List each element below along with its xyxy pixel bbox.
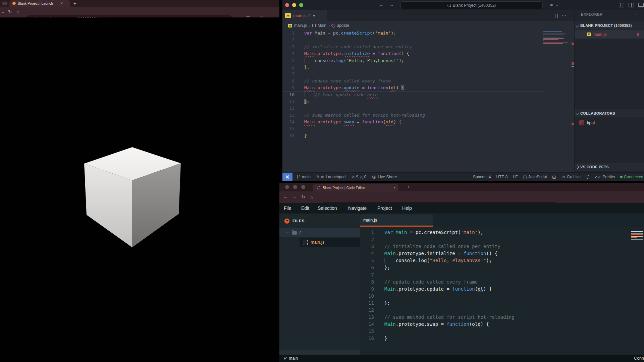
connected-dot-icon	[620, 176, 623, 178]
close-window-icon[interactable]	[285, 3, 289, 7]
close-tab-icon[interactable]: ×	[393, 185, 396, 190]
menu-file[interactable]: File	[284, 203, 291, 214]
split-editor-icon[interactable]	[553, 14, 558, 18]
branch-indicator[interactable]: main	[283, 356, 298, 361]
tab-filename: main.js	[293, 13, 307, 18]
reload-icon[interactable]: ↻	[302, 191, 305, 203]
collapse-icon[interactable]: −	[286, 230, 289, 235]
menu-navigate[interactable]: Navigate	[348, 203, 367, 214]
error-mark	[572, 62, 574, 65]
collaborators-label: COLLABORATORS	[580, 109, 615, 117]
menu-help[interactable]: Help	[402, 203, 412, 214]
explorer-more-icon[interactable]: ⋯	[634, 11, 639, 16]
pets-status-button[interactable]	[552, 175, 556, 179]
launch-3d-viewport[interactable]	[0, 17, 279, 362]
minimize-window-icon[interactable]	[293, 185, 297, 189]
nav-forward-icon[interactable]: →	[389, 0, 394, 10]
chevron-down-icon	[576, 24, 579, 27]
indent-indicator[interactable]: Spaces: 4	[473, 175, 491, 179]
pets-section-header[interactable]: VS CODE PETS	[575, 163, 644, 171]
vscode-tab-mainjs[interactable]: JS main.js 9 ●	[282, 10, 327, 21]
home-icon[interactable]: ⌂	[310, 191, 313, 203]
forward-icon[interactable]: →	[292, 191, 297, 203]
tree-file-mainjs[interactable]: main.js	[279, 238, 360, 247]
error-mark	[572, 123, 574, 125]
connection-label: Conn	[634, 356, 644, 361]
maximize-window-icon[interactable]	[299, 3, 303, 7]
menu-edit[interactable]: Edit	[301, 203, 309, 214]
code-editor-tab-mainjs[interactable]: main.js	[360, 215, 433, 227]
home-icon[interactable]: ⌂	[17, 7, 19, 17]
live-share-button[interactable]: Live Share	[372, 175, 397, 179]
sidebar-toggle-icon[interactable]	[2, 2, 7, 5]
breadcrumb-file[interactable]: main.js	[294, 23, 307, 28]
encoding-indicator[interactable]: UTF-8	[496, 175, 507, 179]
editor-browser-window: Blank Project | Code Editor × + ← → ↻ ⌂ …	[279, 183, 644, 362]
chevron-down-icon[interactable]	[555, 3, 559, 7]
launch-browser-window: Blank Project | Launch × + → ↻ ⌂ ≡ launc…	[0, 0, 279, 362]
problems-indicator[interactable]: ⊘9 △0	[352, 175, 367, 179]
branch-name: main	[289, 356, 298, 361]
playcanvas-code-editor[interactable]: 1var Main = pc.createScript('main');23//…	[360, 229, 635, 342]
new-tab-button[interactable]: +	[73, 1, 76, 6]
desktop: Blank Project | Launch × + → ↻ ⌂ ≡ launc…	[0, 0, 644, 362]
eol-indicator[interactable]: LF	[513, 175, 518, 179]
broadcast-icon	[561, 175, 566, 179]
git-branch-icon	[297, 175, 301, 179]
gitlens-button[interactable]	[585, 175, 590, 179]
collaborators-section-header[interactable]: COLLABORATORS	[575, 109, 644, 117]
launchpad-button[interactable]: ✎✏ Launchpad	[316, 175, 346, 179]
launch-tab[interactable]: Blank Project | Launch ×	[9, 0, 70, 7]
go-live-button[interactable]: Go Live	[561, 175, 581, 179]
new-tab-button[interactable]: +	[407, 184, 410, 189]
language-indicator[interactable]: { }JavaScript	[523, 175, 547, 179]
maximize-window-icon[interactable]	[301, 185, 305, 189]
code-editor-tabbar: main.js	[360, 215, 644, 227]
toggle-panel-icon[interactable]	[638, 3, 644, 7]
reload-icon[interactable]: ↻	[8, 7, 12, 17]
errors-icon: ⊘	[352, 175, 355, 179]
script-file-icon	[303, 240, 308, 245]
prettier-button[interactable]: ✓✓ Prettier	[594, 175, 615, 179]
menu-project[interactable]: Project	[377, 203, 392, 214]
overview-ruler	[572, 31, 574, 171]
playcanvas-favicon	[12, 2, 16, 5]
live-share-icon	[372, 175, 376, 179]
project-section-header[interactable]: BLANK PROJECT (1400352)	[575, 21, 644, 29]
branch-name: main	[302, 175, 311, 179]
remote-indicator[interactable]	[282, 173, 292, 181]
command-center-search[interactable]: Blank Project (1400352)	[400, 1, 543, 9]
breadcrumb[interactable]: JS main.js › Main › update	[282, 21, 580, 30]
tree-root-row[interactable]: − /	[279, 228, 360, 237]
close-tab-icon[interactable]: ×	[60, 1, 63, 6]
editor-tab[interactable]: Blank Project | Code Editor ×	[313, 184, 398, 191]
minimize-window-icon[interactable]	[292, 3, 296, 7]
editor-minimap[interactable]	[631, 231, 643, 240]
connection-status[interactable]: Connected	[620, 175, 643, 179]
customize-layout-icon[interactable]	[619, 3, 624, 7]
breadcrumb-member[interactable]: update	[337, 23, 349, 28]
breadcrumb-separator: ›	[328, 23, 330, 28]
breadcrumb-symbol[interactable]: Main	[318, 23, 326, 28]
copilot-icon[interactable]: ∗	[550, 3, 553, 7]
live-share-label: Live Share	[378, 175, 397, 179]
vscode-editor[interactable]: 1var Main = pc.createScript('main');23//…	[282, 30, 543, 139]
close-window-icon[interactable]	[285, 185, 289, 189]
files-header-label: FILES	[292, 219, 305, 223]
collaborator-row[interactable]: kpal	[575, 119, 644, 127]
files-panel-header: FILES	[279, 216, 360, 226]
explorer-file-mainjs[interactable]: JS main.js 9	[575, 30, 644, 39]
split-editor-layout-icon[interactable]	[629, 3, 634, 7]
nav-back-icon[interactable]: ←	[379, 0, 383, 10]
editor-more-actions-icon[interactable]: ⋯	[562, 13, 566, 18]
branch-indicator[interactable]: main	[297, 175, 311, 179]
tree-filename: main.js	[311, 240, 324, 245]
vscode-explorer-sidebar: EXPLORER ⋯ BLANK PROJECT (1400352) JS ma…	[574, 10, 644, 172]
forward-icon[interactable]: →	[1, 7, 5, 17]
menu-selection[interactable]: Selection	[318, 203, 337, 214]
back-icon[interactable]: ←	[283, 191, 288, 203]
files-panel-footer	[279, 350, 360, 355]
vscode-minimap[interactable]	[543, 31, 571, 46]
tab-problem-count: 9	[309, 14, 311, 18]
unsaved-dot-icon[interactable]: ●	[313, 14, 315, 17]
